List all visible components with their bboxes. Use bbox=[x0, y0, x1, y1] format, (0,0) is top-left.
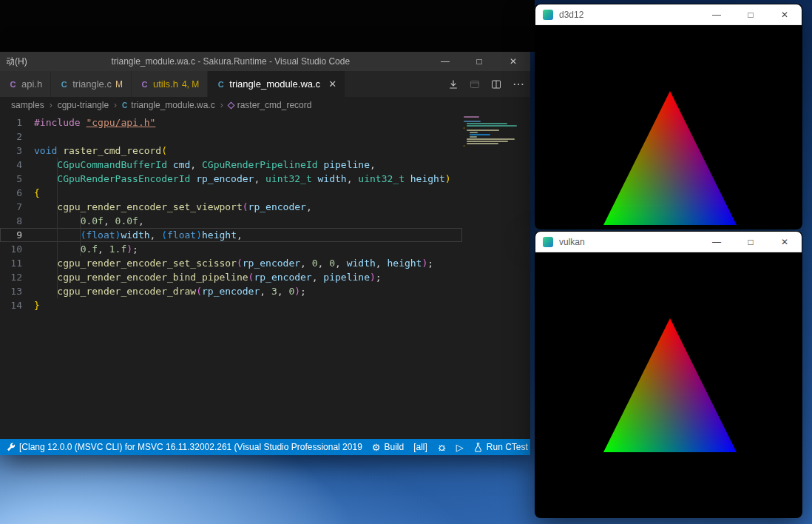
code-editor[interactable]: 1#include "cgpu/api.h"23void raster_cmd_… bbox=[0, 113, 530, 439]
editor-tabbar: C api.h C triangle.c M C utils.h 4, M C … bbox=[0, 71, 530, 97]
tab-triangle-c[interactable]: C triangle.c M bbox=[51, 71, 132, 97]
code-line[interactable]: 13 cgpu_render_encoder_draw(rp_encoder, … bbox=[0, 284, 462, 298]
minimap[interactable] bbox=[464, 116, 518, 147]
c-source-file-icon: C bbox=[59, 80, 69, 89]
rgb-triangle bbox=[535, 25, 802, 229]
minimap-line bbox=[464, 145, 464, 147]
flask-icon bbox=[473, 443, 483, 452]
d3d12-viewport bbox=[535, 25, 802, 229]
chevron-right-icon: › bbox=[50, 100, 53, 110]
git-modified-badge: M bbox=[115, 79, 123, 90]
breadcrumb: samples › cgpu-triangle › C triangle_mod… bbox=[0, 97, 530, 113]
chevron-right-icon: › bbox=[220, 100, 223, 110]
minimize-button[interactable]: — bbox=[700, 232, 734, 252]
breadcrumb-item-file[interactable]: C triangle_module.wa.c bbox=[122, 100, 215, 110]
more-actions-icon[interactable]: ⋯ bbox=[512, 77, 524, 91]
tab-label: triangle_module.wa.c bbox=[229, 78, 320, 90]
code-line[interactable]: 1#include "cgpu/api.h" bbox=[0, 115, 462, 130]
maximize-button[interactable]: □ bbox=[462, 52, 496, 71]
code-line[interactable]: 14} bbox=[0, 298, 462, 312]
maximize-button[interactable]: □ bbox=[734, 4, 768, 25]
line-number: 10 bbox=[0, 242, 22, 256]
code-lines: 1#include "cgpu/api.h"23void raster_cmd_… bbox=[0, 115, 462, 312]
symbol-method-icon bbox=[227, 101, 234, 109]
tab-label: utils.h bbox=[153, 78, 178, 90]
code-line[interactable]: 10 0.f, 1.f); bbox=[0, 242, 462, 256]
window-title: triangle_module.wa.c - Sakura.Runtime - … bbox=[33, 56, 428, 67]
vulkan-viewport bbox=[535, 252, 802, 518]
tab-label: api.h bbox=[21, 78, 42, 90]
app-icon bbox=[543, 10, 553, 20]
breadcrumb-item-samples[interactable]: samples bbox=[11, 100, 44, 110]
menubar-help[interactable]: 动(H) bbox=[0, 56, 33, 68]
launch-button[interactable]: ▷ bbox=[456, 443, 464, 452]
play-icon: ▷ bbox=[456, 443, 464, 452]
minimap-line bbox=[467, 130, 499, 131]
minimap-line bbox=[467, 143, 498, 144]
line-number: 4 bbox=[0, 158, 22, 172]
preview-icon[interactable] bbox=[470, 79, 480, 90]
cmake-kit-selector[interactable]: [Clang 12.0.0 (MSVC CLI) for MSVC 16.11.… bbox=[6, 442, 362, 452]
code-line[interactable]: 12 cgpu_render_encoder_bind_pipeline(rp_… bbox=[0, 270, 462, 284]
close-button[interactable]: ✕ bbox=[768, 4, 802, 25]
line-number: 2 bbox=[0, 130, 22, 144]
close-button[interactable]: ✕ bbox=[768, 232, 802, 252]
code-line[interactable]: 2 bbox=[0, 130, 462, 144]
line-number: 11 bbox=[0, 256, 22, 270]
download-icon[interactable] bbox=[448, 79, 459, 90]
code-line[interactable]: 8 0.0f, 0.0f, bbox=[0, 214, 462, 228]
app-icon bbox=[543, 237, 553, 247]
minimap-line bbox=[470, 132, 478, 133]
tab-triangle-module-wa-c[interactable]: C triangle_module.wa.c ✕ bbox=[208, 71, 345, 97]
d3d12-titlebar[interactable]: d3d12 — □ ✕ bbox=[535, 4, 802, 25]
vscode-titlebar: 动(H) triangle_module.wa.c - Sakura.Runti… bbox=[0, 52, 530, 71]
gear-icon: ⚙ bbox=[372, 443, 381, 452]
line-number: 1 bbox=[0, 115, 22, 130]
minimap-line bbox=[470, 136, 477, 138]
close-button[interactable]: ✕ bbox=[496, 52, 530, 71]
line-number: 7 bbox=[0, 200, 22, 214]
minimize-button[interactable]: — bbox=[428, 52, 462, 71]
editor-actions: ⋯ bbox=[448, 71, 524, 97]
build-target-selector[interactable]: [all] bbox=[413, 442, 427, 452]
desktop: { "icons": { "c_letter": "C", "chevron":… bbox=[0, 0, 812, 524]
minimize-button[interactable]: — bbox=[700, 4, 734, 25]
code-line[interactable]: 6{ bbox=[0, 186, 462, 200]
maximize-button[interactable]: □ bbox=[734, 232, 768, 252]
line-number: 8 bbox=[0, 214, 22, 228]
code-line[interactable]: 7 cgpu_render_encoder_set_viewport(rp_en… bbox=[0, 200, 462, 214]
breadcrumb-item-cgpu-triangle[interactable]: cgpu-triangle bbox=[58, 100, 109, 110]
split-editor-icon[interactable] bbox=[491, 79, 501, 90]
minimap-line bbox=[464, 121, 481, 122]
tab-api-h[interactable]: C api.h bbox=[0, 71, 51, 97]
tab-close-icon[interactable]: ✕ bbox=[328, 78, 336, 90]
minimap-line bbox=[464, 116, 479, 118]
wrench-icon bbox=[6, 443, 16, 452]
breadcrumb-item-symbol[interactable]: raster_cmd_record bbox=[229, 100, 312, 110]
run-ctest-button[interactable]: Run CTest bbox=[473, 442, 528, 452]
code-line[interactable]: 5 CGpuRenderPassEncoderId rp_encoder, ui… bbox=[0, 172, 462, 186]
c-header-file-icon: C bbox=[8, 80, 18, 89]
code-line[interactable]: 4 CGpuCommandBufferId cmd, CGpuRenderPip… bbox=[0, 158, 462, 172]
minimap-line bbox=[467, 125, 517, 127]
code-line[interactable]: 3void raster_cmd_record( bbox=[0, 144, 462, 158]
indent-guide bbox=[57, 158, 58, 298]
vulkan-titlebar[interactable]: vulkan — □ ✕ bbox=[535, 232, 802, 252]
line-number: 5 bbox=[0, 172, 22, 186]
code-line[interactable]: 9 (float)width, (float)height, bbox=[0, 228, 462, 242]
tab-label: triangle.c bbox=[72, 78, 112, 90]
line-number: 13 bbox=[0, 284, 22, 298]
c-source-file-icon: C bbox=[216, 80, 226, 89]
chevron-right-icon: › bbox=[114, 100, 117, 110]
line-number: 9 bbox=[0, 228, 22, 242]
minimap-line bbox=[470, 134, 490, 135]
line-number: 12 bbox=[0, 270, 22, 284]
line-number: 6 bbox=[0, 186, 22, 200]
debug-button[interactable] bbox=[437, 443, 447, 452]
background-window-area bbox=[0, 0, 535, 52]
code-line[interactable]: 11 cgpu_render_encoder_set_scissor(rp_en… bbox=[0, 256, 462, 270]
build-button[interactable]: ⚙ Build bbox=[372, 442, 404, 452]
tab-utils-h[interactable]: C utils.h 4, M bbox=[132, 71, 208, 97]
d3d12-window: d3d12 — □ ✕ bbox=[535, 4, 802, 229]
vulkan-window: vulkan — □ ✕ bbox=[535, 231, 802, 518]
